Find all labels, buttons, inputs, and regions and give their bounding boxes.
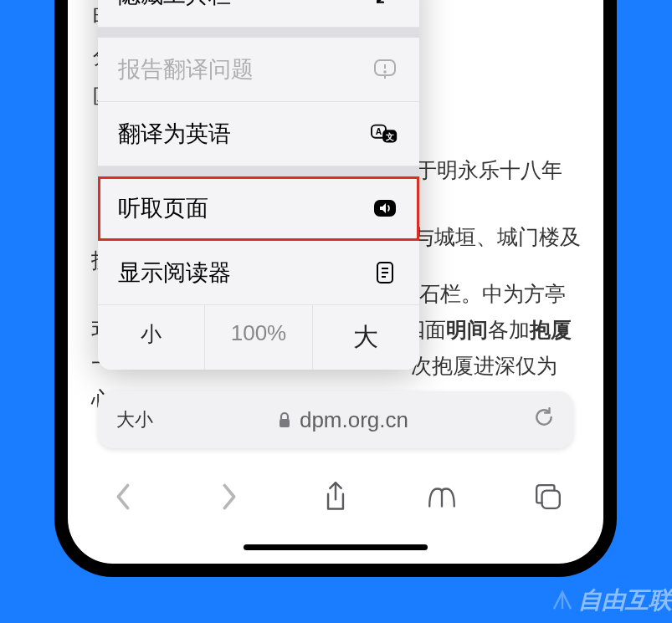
expand-icon bbox=[371, 0, 399, 6]
reload-button[interactable] bbox=[533, 406, 555, 434]
content-line: 四面明间各加抱厦 bbox=[404, 310, 572, 350]
speaker-icon bbox=[371, 198, 399, 218]
menu-show-reader[interactable]: 显示阅读器 bbox=[98, 241, 419, 305]
reader-icon bbox=[371, 261, 399, 284]
menu-label: 隐藏工具栏 bbox=[118, 0, 231, 10]
phone-screen: 時 分 区 于明永乐十八年 与城垣、城门楼及 护 以石栏。中为方亭 式 四面明间… bbox=[68, 0, 603, 564]
menu-label: 听取页面 bbox=[118, 193, 208, 223]
report-icon bbox=[371, 59, 399, 80]
content-line: 以石栏。中为方亭 bbox=[398, 274, 566, 314]
svg-point-1 bbox=[384, 71, 386, 73]
menu-hide-toolbar[interactable]: 隐藏工具栏 bbox=[98, 0, 419, 28]
svg-rect-8 bbox=[280, 419, 290, 427]
home-indicator bbox=[244, 544, 428, 550]
svg-rect-9 bbox=[542, 491, 560, 508]
address-bar[interactable]: 大小 dpm.org.cn bbox=[98, 391, 573, 448]
share-button[interactable] bbox=[315, 477, 356, 517]
menu-translate-english[interactable]: 翻译为英语 A 文 bbox=[98, 102, 419, 166]
forward-button[interactable] bbox=[209, 477, 249, 517]
domain-text: dpm.org.cn bbox=[300, 407, 408, 433]
address-domain[interactable]: dpm.org.cn bbox=[153, 407, 533, 433]
zoom-increase-button[interactable]: 大 bbox=[313, 305, 419, 370]
svg-text:A: A bbox=[376, 127, 382, 136]
page-settings-menu: 隐藏工具栏 报告翻译问题 bbox=[98, 0, 419, 370]
content-line: 次抱厦进深仅为 bbox=[411, 346, 557, 386]
zoom-decrease-button[interactable]: 小 bbox=[98, 305, 205, 370]
tabs-button[interactable] bbox=[528, 477, 568, 517]
menu-report-translation: 报告翻译问题 bbox=[98, 38, 419, 102]
translate-icon: A 文 bbox=[371, 122, 399, 146]
watermark: 自由互联 bbox=[550, 585, 672, 616]
lock-icon bbox=[278, 411, 291, 428]
bottom-toolbar bbox=[98, 477, 573, 517]
content-line: 与城垣、城门楼及 bbox=[413, 217, 581, 258]
svg-text:文: 文 bbox=[385, 132, 394, 141]
back-button[interactable] bbox=[103, 477, 143, 517]
menu-label: 报告翻译问题 bbox=[118, 54, 254, 84]
text-size-button[interactable]: 大小 bbox=[116, 407, 153, 432]
zoom-level-display: 100% bbox=[205, 305, 312, 370]
bookmarks-button[interactable] bbox=[422, 477, 462, 517]
menu-separator bbox=[98, 28, 419, 38]
menu-separator bbox=[98, 166, 419, 176]
content-line: 于明永乐十八年 bbox=[416, 151, 562, 191]
menu-listen-page[interactable]: 听取页面 bbox=[98, 176, 419, 241]
menu-label: 翻译为英语 bbox=[118, 119, 231, 149]
phone-frame: 時 分 区 于明永乐十八年 与城垣、城门楼及 护 以石栏。中为方亭 式 四面明间… bbox=[54, 0, 617, 577]
zoom-controls: 小 100% 大 bbox=[98, 305, 419, 370]
menu-label: 显示阅读器 bbox=[118, 258, 231, 288]
